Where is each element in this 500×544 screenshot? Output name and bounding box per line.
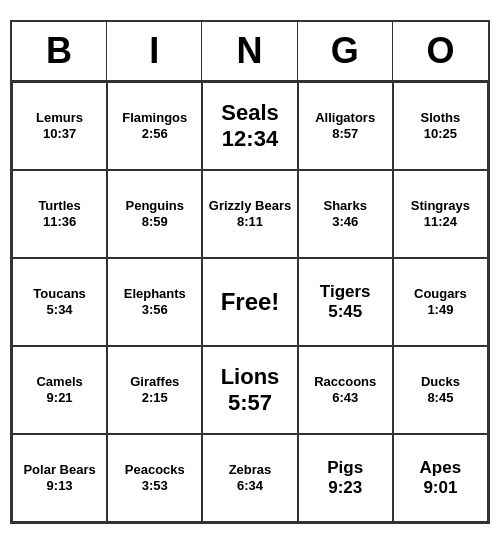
cell-8: Sharks3:46 <box>298 170 393 258</box>
cell-animal-4: Sloths <box>421 110 461 126</box>
cell-9: Stingrays11:24 <box>393 170 488 258</box>
header-letter-b: B <box>12 22 107 80</box>
cell-11: Elephants3:56 <box>107 258 202 346</box>
header-letter-i: I <box>107 22 202 80</box>
cell-animal-17: Lions <box>221 364 280 390</box>
cell-16: Giraffes2:15 <box>107 346 202 434</box>
cell-13: Tigers5:45 <box>298 258 393 346</box>
cell-time-10: 5:34 <box>47 302 73 318</box>
cell-time-5: 11:36 <box>43 214 76 230</box>
cell-time-6: 8:59 <box>142 214 168 230</box>
cell-6: Penguins8:59 <box>107 170 202 258</box>
cell-time-18: 6:43 <box>332 390 358 406</box>
cell-time-22: 6:34 <box>237 478 263 494</box>
bingo-header: BINGO <box>12 22 488 82</box>
cell-time-24: 9:01 <box>423 478 457 498</box>
cell-18: Raccoons6:43 <box>298 346 393 434</box>
cell-animal-3: Alligators <box>315 110 375 126</box>
cell-time-17: 5:57 <box>228 390 272 416</box>
cell-animal-8: Sharks <box>324 198 367 214</box>
cell-time-23: 9:23 <box>328 478 362 498</box>
cell-animal-5: Turtles <box>38 198 80 214</box>
cell-animal-14: Cougars <box>414 286 467 302</box>
cell-animal-10: Toucans <box>33 286 86 302</box>
header-letter-n: N <box>202 22 297 80</box>
cell-animal-11: Elephants <box>124 286 186 302</box>
cell-time-20: 9:13 <box>47 478 73 494</box>
cell-animal-15: Camels <box>36 374 82 390</box>
cell-animal-6: Penguins <box>126 198 185 214</box>
cell-12: Free! <box>202 258 297 346</box>
cell-10: Toucans5:34 <box>12 258 107 346</box>
cell-animal-1: Flamingos <box>122 110 187 126</box>
cell-time-2: 12:34 <box>222 126 278 152</box>
cell-animal-16: Giraffes <box>130 374 179 390</box>
cell-0: Lemurs10:37 <box>12 82 107 170</box>
cell-time-4: 10:25 <box>424 126 457 142</box>
cell-2: Seals12:34 <box>202 82 297 170</box>
cell-22: Zebras6:34 <box>202 434 297 522</box>
cell-animal-0: Lemurs <box>36 110 83 126</box>
cell-animal-23: Pigs <box>327 458 363 478</box>
cell-time-14: 1:49 <box>427 302 453 318</box>
cell-3: Alligators8:57 <box>298 82 393 170</box>
cell-time-21: 3:53 <box>142 478 168 494</box>
cell-19: Ducks8:45 <box>393 346 488 434</box>
cell-time-19: 8:45 <box>427 390 453 406</box>
free-label: Free! <box>221 288 280 316</box>
cell-time-0: 10:37 <box>43 126 76 142</box>
cell-animal-18: Raccoons <box>314 374 376 390</box>
cell-time-15: 9:21 <box>47 390 73 406</box>
header-letter-o: O <box>393 22 488 80</box>
bingo-grid: Lemurs10:37Flamingos2:56Seals12:34Alliga… <box>12 82 488 522</box>
cell-1: Flamingos2:56 <box>107 82 202 170</box>
cell-17: Lions5:57 <box>202 346 297 434</box>
cell-animal-24: Apes <box>420 458 462 478</box>
cell-7: Grizzly Bears8:11 <box>202 170 297 258</box>
cell-time-1: 2:56 <box>142 126 168 142</box>
cell-animal-13: Tigers <box>320 282 371 302</box>
cell-time-16: 2:15 <box>142 390 168 406</box>
cell-15: Camels9:21 <box>12 346 107 434</box>
cell-time-9: 11:24 <box>424 214 457 230</box>
cell-time-3: 8:57 <box>332 126 358 142</box>
cell-23: Pigs9:23 <box>298 434 393 522</box>
cell-time-8: 3:46 <box>332 214 358 230</box>
cell-20: Polar Bears9:13 <box>12 434 107 522</box>
cell-time-11: 3:56 <box>142 302 168 318</box>
cell-animal-19: Ducks <box>421 374 460 390</box>
cell-24: Apes9:01 <box>393 434 488 522</box>
cell-animal-21: Peacocks <box>125 462 185 478</box>
cell-5: Turtles11:36 <box>12 170 107 258</box>
cell-14: Cougars1:49 <box>393 258 488 346</box>
cell-animal-20: Polar Bears <box>23 462 95 478</box>
cell-animal-22: Zebras <box>229 462 272 478</box>
cell-21: Peacocks3:53 <box>107 434 202 522</box>
cell-animal-2: Seals <box>221 100 279 126</box>
bingo-card: BINGO Lemurs10:37Flamingos2:56Seals12:34… <box>10 20 490 524</box>
cell-animal-7: Grizzly Bears <box>209 198 291 214</box>
cell-animal-9: Stingrays <box>411 198 470 214</box>
cell-time-7: 8:11 <box>237 214 263 230</box>
cell-4: Sloths10:25 <box>393 82 488 170</box>
header-letter-g: G <box>298 22 393 80</box>
cell-time-13: 5:45 <box>328 302 362 322</box>
